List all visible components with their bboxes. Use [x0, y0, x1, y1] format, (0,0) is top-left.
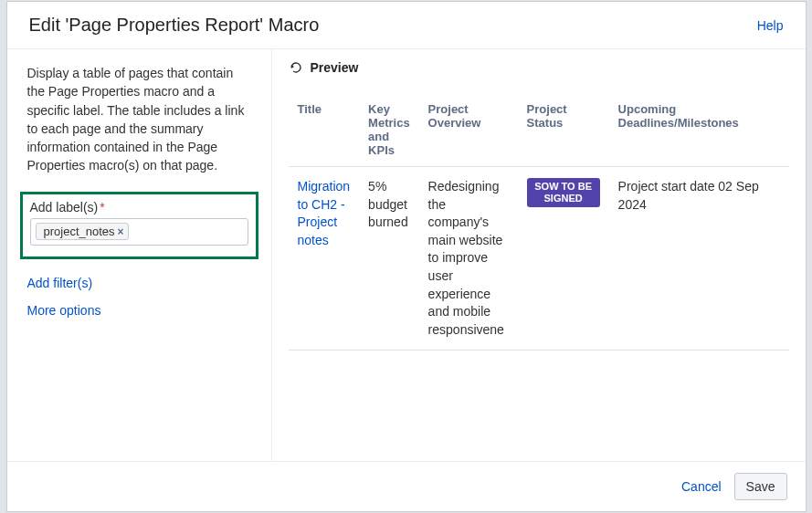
required-indicator: * — [100, 200, 104, 215]
preview-title: Preview — [311, 60, 359, 75]
cancel-button[interactable]: Cancel — [681, 479, 722, 494]
dialog-footer: Cancel Save — [7, 461, 806, 511]
label-input[interactable]: project_notes × — [30, 218, 248, 246]
dialog-title: Edit 'Page Properties Report' Macro — [29, 15, 320, 36]
cell-overview: Redesigning the company's main website t… — [419, 167, 518, 351]
macro-description: Display a table of pages that contain th… — [27, 64, 251, 175]
table-header-row: Title Key Metrics and KPIs Project Overv… — [289, 93, 789, 167]
table-row: Migration to CH2 - Project notes 5% budg… — [289, 167, 789, 351]
cell-kpis: 5% budget burned — [359, 167, 419, 351]
col-header-title: Title — [289, 93, 360, 167]
cell-deadlines: Project start date 02 Sep 2024 — [609, 167, 789, 351]
label-field-label: Add label(s)* — [30, 200, 248, 215]
preview-header: Preview — [289, 60, 789, 75]
col-header-deadlines: Upcoming Deadlines/Milestones — [609, 93, 789, 167]
preview-table: Title Key Metrics and KPIs Project Overv… — [289, 93, 789, 351]
remove-token-icon[interactable]: × — [118, 225, 124, 238]
save-button[interactable]: Save — [734, 473, 787, 500]
col-header-status: Project Status — [518, 93, 609, 167]
page-link[interactable]: Migration to CH2 - Project notes — [298, 179, 351, 247]
dialog-body: Display a table of pages that contain th… — [7, 49, 806, 461]
preview-pane: Preview Title Key Metrics and KPIs Proje… — [272, 49, 806, 461]
help-link[interactable]: Help — [757, 18, 784, 33]
label-token-text: project_notes — [44, 225, 115, 238]
refresh-icon[interactable] — [289, 60, 303, 75]
more-options-link[interactable]: More options — [27, 303, 251, 318]
dialog-header: Edit 'Page Properties Report' Macro Help — [7, 2, 806, 49]
macro-editor-dialog: Edit 'Page Properties Report' Macro Help… — [6, 1, 807, 512]
col-header-overview: Project Overview — [419, 93, 518, 167]
label-token: project_notes × — [36, 223, 129, 240]
add-filters-link[interactable]: Add filter(s) — [27, 276, 251, 290]
config-sidebar: Display a table of pages that contain th… — [7, 49, 272, 461]
status-badge: SOW TO BE SIGNED — [527, 178, 600, 207]
label-field-highlight: Add label(s)* project_notes × — [20, 192, 258, 259]
col-header-kpis: Key Metrics and KPIs — [359, 93, 419, 167]
